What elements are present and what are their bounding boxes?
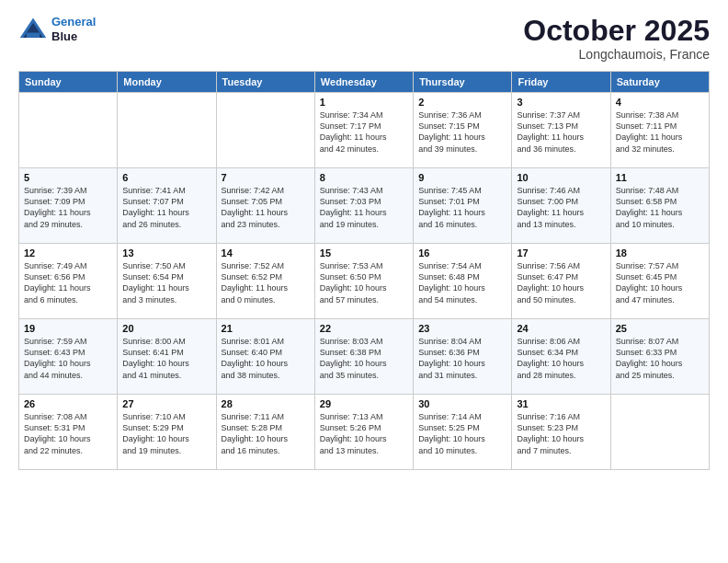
day-info: Sunrise: 8:07 AM Sunset: 6:33 PM Dayligh… <box>616 336 704 381</box>
logo-text: General Blue <box>51 15 96 43</box>
day-info: Sunrise: 8:04 AM Sunset: 6:36 PM Dayligh… <box>418 336 506 381</box>
day-number: 1 <box>320 97 408 108</box>
calendar-cell: 1Sunrise: 7:34 AM Sunset: 7:17 PM Daylig… <box>314 93 413 168</box>
day-info: Sunrise: 7:37 AM Sunset: 7:13 PM Dayligh… <box>517 109 605 155</box>
calendar-cell: 19Sunrise: 7:59 AM Sunset: 6:43 PM Dayli… <box>19 319 118 395</box>
day-number: 27 <box>122 398 210 409</box>
calendar-cell: 23Sunrise: 8:04 AM Sunset: 6:36 PM Dayli… <box>414 319 512 395</box>
calendar-cell: 21Sunrise: 8:01 AM Sunset: 6:40 PM Dayli… <box>216 319 314 395</box>
logo-general: General <box>51 15 96 29</box>
calendar-cell <box>118 93 216 168</box>
day-number: 29 <box>320 398 408 409</box>
weekday-header-sunday: Sunday <box>19 72 118 93</box>
day-info: Sunrise: 7:39 AM Sunset: 7:09 PM Dayligh… <box>24 185 112 230</box>
weekday-header-wednesday: Wednesday <box>314 72 413 93</box>
day-info: Sunrise: 7:56 AM Sunset: 6:47 PM Dayligh… <box>517 260 605 305</box>
week-row-1: 1Sunrise: 7:34 AM Sunset: 7:17 PM Daylig… <box>19 93 710 168</box>
day-number: 5 <box>24 172 112 183</box>
day-number: 24 <box>517 323 605 334</box>
calendar-cell: 26Sunrise: 7:08 AM Sunset: 5:31 PM Dayli… <box>19 395 118 470</box>
week-row-3: 12Sunrise: 7:49 AM Sunset: 6:56 PM Dayli… <box>19 244 710 319</box>
weekday-header-tuesday: Tuesday <box>216 72 314 93</box>
week-row-4: 19Sunrise: 7:59 AM Sunset: 6:43 PM Dayli… <box>19 319 710 395</box>
calendar-cell: 27Sunrise: 7:10 AM Sunset: 5:29 PM Dayli… <box>118 395 216 470</box>
calendar-cell <box>610 395 709 470</box>
day-info: Sunrise: 7:13 AM Sunset: 5:26 PM Dayligh… <box>320 411 408 456</box>
day-number: 22 <box>320 323 408 334</box>
logo-icon <box>18 15 48 44</box>
day-info: Sunrise: 7:49 AM Sunset: 6:56 PM Dayligh… <box>24 260 112 305</box>
day-number: 15 <box>320 247 408 259</box>
week-row-5: 26Sunrise: 7:08 AM Sunset: 5:31 PM Dayli… <box>19 395 710 470</box>
calendar-cell: 11Sunrise: 7:48 AM Sunset: 6:58 PM Dayli… <box>610 168 709 244</box>
calendar-table: SundayMondayTuesdayWednesdayThursdayFrid… <box>18 71 710 470</box>
calendar-cell: 30Sunrise: 7:14 AM Sunset: 5:25 PM Dayli… <box>414 395 512 470</box>
calendar-cell: 17Sunrise: 7:56 AM Sunset: 6:47 PM Dayli… <box>512 244 610 319</box>
calendar-cell <box>216 93 314 168</box>
calendar-cell: 16Sunrise: 7:54 AM Sunset: 6:48 PM Dayli… <box>414 244 512 319</box>
calendar-cell <box>19 93 118 168</box>
calendar-cell: 2Sunrise: 7:36 AM Sunset: 7:15 PM Daylig… <box>414 93 512 168</box>
day-number: 6 <box>122 172 210 183</box>
day-number: 3 <box>517 97 605 108</box>
calendar-cell: 4Sunrise: 7:38 AM Sunset: 7:11 PM Daylig… <box>610 93 709 168</box>
logo-blue-text: Blue <box>51 29 96 44</box>
calendar-cell: 18Sunrise: 7:57 AM Sunset: 6:45 PM Dayli… <box>610 244 709 319</box>
header: General Blue October 2025 Longchaumois, … <box>18 15 710 62</box>
day-info: Sunrise: 7:36 AM Sunset: 7:15 PM Dayligh… <box>418 109 506 155</box>
day-number: 10 <box>517 172 605 183</box>
day-number: 12 <box>24 247 112 259</box>
day-number: 18 <box>616 247 704 259</box>
month-title: October 2025 <box>523 15 710 47</box>
day-number: 7 <box>222 172 310 183</box>
day-number: 25 <box>616 323 704 334</box>
calendar-cell: 8Sunrise: 7:43 AM Sunset: 7:03 PM Daylig… <box>314 168 413 244</box>
day-info: Sunrise: 7:42 AM Sunset: 7:05 PM Dayligh… <box>222 185 310 230</box>
weekday-header-row: SundayMondayTuesdayWednesdayThursdayFrid… <box>19 72 710 93</box>
location-title: Longchaumois, France <box>523 47 710 62</box>
calendar-cell: 3Sunrise: 7:37 AM Sunset: 7:13 PM Daylig… <box>512 93 610 168</box>
calendar-cell: 7Sunrise: 7:42 AM Sunset: 7:05 PM Daylig… <box>216 168 314 244</box>
day-number: 23 <box>418 323 506 334</box>
day-info: Sunrise: 7:38 AM Sunset: 7:11 PM Dayligh… <box>616 109 704 155</box>
calendar-cell: 13Sunrise: 7:50 AM Sunset: 6:54 PM Dayli… <box>118 244 216 319</box>
day-info: Sunrise: 8:06 AM Sunset: 6:34 PM Dayligh… <box>517 336 605 381</box>
day-info: Sunrise: 7:43 AM Sunset: 7:03 PM Dayligh… <box>320 185 408 230</box>
day-number: 13 <box>122 247 210 259</box>
calendar-cell: 6Sunrise: 7:41 AM Sunset: 7:07 PM Daylig… <box>118 168 216 244</box>
weekday-header-monday: Monday <box>118 72 216 93</box>
day-info: Sunrise: 7:34 AM Sunset: 7:17 PM Dayligh… <box>320 109 408 155</box>
calendar-cell: 10Sunrise: 7:46 AM Sunset: 7:00 PM Dayli… <box>512 168 610 244</box>
calendar-cell: 15Sunrise: 7:53 AM Sunset: 6:50 PM Dayli… <box>314 244 413 319</box>
day-number: 19 <box>24 323 112 334</box>
calendar-cell: 14Sunrise: 7:52 AM Sunset: 6:52 PM Dayli… <box>216 244 314 319</box>
calendar-cell: 25Sunrise: 8:07 AM Sunset: 6:33 PM Dayli… <box>610 319 709 395</box>
day-number: 28 <box>222 398 310 409</box>
day-number: 26 <box>24 398 112 409</box>
calendar-cell: 29Sunrise: 7:13 AM Sunset: 5:26 PM Dayli… <box>314 395 413 470</box>
page: General Blue October 2025 Longchaumois, … <box>0 0 728 563</box>
day-info: Sunrise: 7:16 AM Sunset: 5:23 PM Dayligh… <box>517 411 605 456</box>
day-info: Sunrise: 8:01 AM Sunset: 6:40 PM Dayligh… <box>222 336 310 381</box>
day-number: 2 <box>418 97 506 108</box>
calendar-cell: 24Sunrise: 8:06 AM Sunset: 6:34 PM Dayli… <box>512 319 610 395</box>
weekday-header-friday: Friday <box>512 72 610 93</box>
calendar-cell: 22Sunrise: 8:03 AM Sunset: 6:38 PM Dayli… <box>314 319 413 395</box>
calendar-cell: 20Sunrise: 8:00 AM Sunset: 6:41 PM Dayli… <box>118 319 216 395</box>
day-number: 11 <box>616 172 704 183</box>
calendar-cell: 31Sunrise: 7:16 AM Sunset: 5:23 PM Dayli… <box>512 395 610 470</box>
day-number: 8 <box>320 172 408 183</box>
week-row-2: 5Sunrise: 7:39 AM Sunset: 7:09 PM Daylig… <box>19 168 710 244</box>
day-number: 20 <box>122 323 210 334</box>
day-number: 9 <box>418 172 506 183</box>
day-info: Sunrise: 7:10 AM Sunset: 5:29 PM Dayligh… <box>122 411 210 456</box>
day-number: 16 <box>418 247 506 259</box>
logo: General Blue <box>18 15 96 44</box>
day-info: Sunrise: 7:41 AM Sunset: 7:07 PM Dayligh… <box>122 185 210 230</box>
day-info: Sunrise: 7:11 AM Sunset: 5:28 PM Dayligh… <box>222 411 310 456</box>
day-number: 17 <box>517 247 605 259</box>
day-info: Sunrise: 7:50 AM Sunset: 6:54 PM Dayligh… <box>122 260 210 305</box>
day-number: 31 <box>517 398 605 409</box>
calendar-cell: 28Sunrise: 7:11 AM Sunset: 5:28 PM Dayli… <box>216 395 314 470</box>
title-block: October 2025 Longchaumois, France <box>523 15 710 62</box>
